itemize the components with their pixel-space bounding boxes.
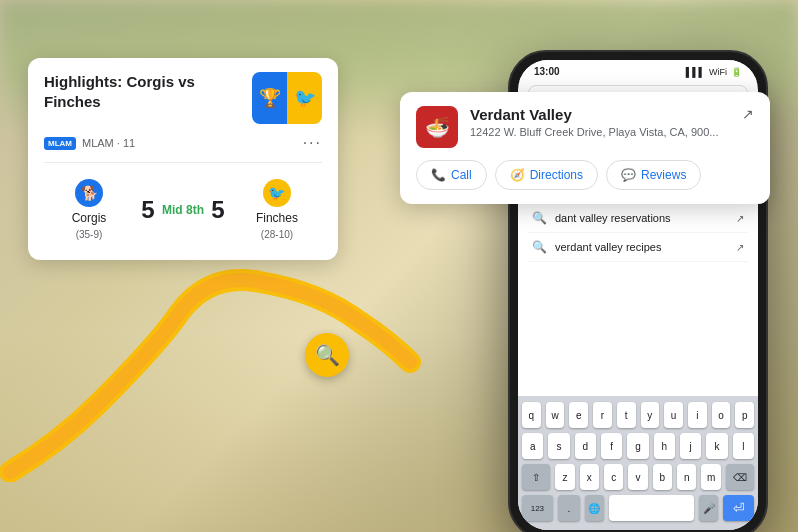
key-y[interactable]: y (641, 402, 660, 428)
maps-card: 🍜 Verdant Valley 12422 W. Bluff Creek Dr… (400, 92, 770, 204)
key-c[interactable]: c (604, 464, 623, 490)
key-m[interactable]: m (701, 464, 720, 490)
expand-icon[interactable]: ↗ (742, 106, 754, 122)
team2: 🐦 Finches (28-10) (232, 179, 322, 240)
food-icon: 🍜 (425, 115, 450, 139)
sports-score: 🐕 Corgis (35-9) 5 Mid 8th 5 🐦 Finches (2… (44, 175, 322, 244)
mlam-badge: MLAM (44, 137, 76, 150)
call-label: Call (451, 168, 472, 182)
key-row-3: ⇧ z x c v b n m ⌫ (522, 464, 754, 490)
key-h[interactable]: h (654, 433, 675, 459)
phone-keyboard[interactable]: q w e r t y u i o p a s d f g h (518, 396, 758, 530)
key-row-2: a s d f g h j k l (522, 433, 754, 459)
maps-card-header: 🍜 Verdant Valley 12422 W. Bluff Creek Dr… (416, 106, 754, 148)
card-img-blue: 🏆 (252, 72, 287, 124)
team1: 🐕 Corgis (35-9) (44, 179, 134, 240)
key-s[interactable]: s (548, 433, 569, 459)
sports-card-header: Highlights: Corgis vs Finches 🏆 🐦 (44, 72, 322, 124)
key-row-1: q w e r t y u i o p (522, 402, 754, 428)
status-bar: 13:00 ▌▌▌ WiFi 🔋 (518, 60, 758, 81)
restaurant-icon: 🍜 (416, 106, 458, 148)
key-b[interactable]: b (653, 464, 672, 490)
battery-icon: 🔋 (731, 67, 742, 77)
suggestion-arrow-5: ↗ (736, 242, 744, 253)
sports-card: Highlights: Corgis vs Finches 🏆 🐦 MLAM M… (28, 58, 338, 260)
key-comma[interactable]: . (558, 495, 580, 521)
team2-name: Finches (256, 211, 298, 225)
trophy-icon: 🏆 (259, 87, 281, 109)
key-i[interactable]: i (688, 402, 707, 428)
key-e[interactable]: e (569, 402, 588, 428)
maps-card-actions: 📞 Call 🧭 Directions 💬 Reviews (416, 160, 754, 190)
key-f[interactable]: f (601, 433, 622, 459)
team1-icon: 🐕 (75, 179, 103, 207)
key-d[interactable]: d (575, 433, 596, 459)
reviews-button[interactable]: 💬 Reviews (606, 160, 701, 190)
directions-label: Directions (530, 168, 583, 182)
key-w[interactable]: w (546, 402, 565, 428)
signal-icon: ▌▌▌ (686, 67, 705, 77)
key-j[interactable]: j (680, 433, 701, 459)
key-r[interactable]: r (593, 402, 612, 428)
directions-icon: 🧭 (510, 168, 525, 182)
suggestion-text-4: dant valley reservations (555, 212, 728, 224)
reviews-icon: 💬 (621, 168, 636, 182)
suggestion-arrow-4: ↗ (736, 213, 744, 224)
key-space[interactable] (609, 495, 695, 521)
key-q[interactable]: q (522, 402, 541, 428)
key-p[interactable]: p (735, 402, 754, 428)
key-shift[interactable]: ⇧ (522, 464, 550, 490)
key-t[interactable]: t (617, 402, 636, 428)
search-suggestion-icon-4: 🔍 (532, 211, 547, 225)
suggestion-text-5: verdant valley recipes (555, 241, 728, 253)
directions-button[interactable]: 🧭 Directions (495, 160, 598, 190)
key-g[interactable]: g (627, 433, 648, 459)
place-address: 12422 W. Bluff Creek Drive, Playa Vista,… (470, 125, 730, 140)
bird-icon: 🐦 (294, 87, 316, 109)
inning-text: Mid 8th (162, 203, 204, 217)
call-button[interactable]: 📞 Call (416, 160, 487, 190)
team2-score: 5 (211, 196, 224, 224)
key-row-4: 123 . 🌐 🎤 ⏎ (522, 495, 754, 521)
sports-source: MLAM MLAM · 11 ··· (44, 134, 322, 163)
key-emoji[interactable]: 🌐 (585, 495, 604, 521)
place-name: Verdant Valley (470, 106, 730, 123)
wifi-icon: WiFi (709, 67, 727, 77)
sports-card-image: 🏆 🐦 (252, 72, 322, 124)
key-123[interactable]: 123 (522, 495, 553, 521)
search-icon: 🔍 (315, 343, 340, 367)
key-n[interactable]: n (677, 464, 696, 490)
phone-icon: 📞 (431, 168, 446, 182)
sports-card-title: Highlights: Corgis vs Finches (44, 72, 214, 111)
key-z[interactable]: z (555, 464, 574, 490)
key-k[interactable]: k (706, 433, 727, 459)
team1-name: Corgis (72, 211, 107, 225)
team2-icon: 🐦 (263, 179, 291, 207)
key-backspace[interactable]: ⌫ (726, 464, 754, 490)
key-return[interactable]: ⏎ (723, 495, 754, 521)
key-v[interactable]: v (628, 464, 647, 490)
key-mic[interactable]: 🎤 (699, 495, 718, 521)
suggestion-item-5[interactable]: 🔍 verdant valley recipes ↗ (528, 233, 748, 262)
source-text: MLAM · 11 (82, 137, 135, 149)
team1-record: (35-9) (76, 229, 103, 240)
key-x[interactable]: x (580, 464, 599, 490)
status-icons: ▌▌▌ WiFi 🔋 (686, 67, 742, 77)
key-o[interactable]: o (712, 402, 731, 428)
suggestion-item-4[interactable]: 🔍 dant valley reservations ↗ (528, 204, 748, 233)
inning-info: Mid 8th (162, 203, 204, 217)
key-a[interactable]: a (522, 433, 543, 459)
corgi-icon: 🐕 (81, 185, 98, 201)
key-l[interactable]: l (733, 433, 754, 459)
finch-icon: 🐦 (268, 185, 285, 201)
search-suggestion-icon-5: 🔍 (532, 240, 547, 254)
reviews-label: Reviews (641, 168, 686, 182)
maps-card-info: Verdant Valley 12422 W. Bluff Creek Driv… (470, 106, 730, 140)
team2-record: (28-10) (261, 229, 293, 240)
key-u[interactable]: u (664, 402, 683, 428)
team1-score: 5 (141, 196, 154, 224)
status-time: 13:00 (534, 66, 560, 77)
search-bubble[interactable]: 🔍 (305, 333, 349, 377)
more-options-icon[interactable]: ··· (303, 134, 322, 152)
card-img-yellow: 🐦 (287, 72, 322, 124)
